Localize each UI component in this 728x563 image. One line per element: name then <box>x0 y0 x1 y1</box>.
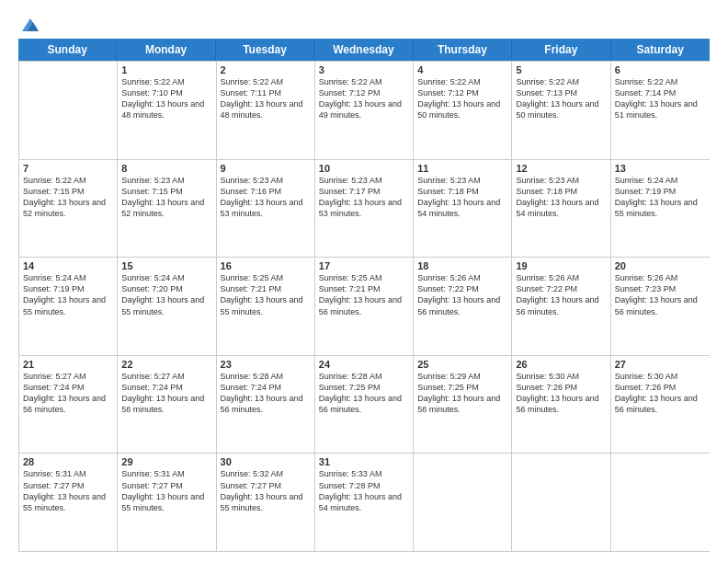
cell-info: Sunrise: 5:25 AM Sunset: 7:21 PM Dayligh… <box>221 272 311 317</box>
cell-day-number: 6 <box>615 64 706 75</box>
cell-info: Sunrise: 5:33 AM Sunset: 7:28 PM Dayligh… <box>319 468 409 513</box>
cell-info: Sunrise: 5:25 AM Sunset: 7:21 PM Dayligh… <box>319 272 409 317</box>
header-day-tuesday: Tuesday <box>216 39 314 61</box>
page: SundayMondayTuesdayWednesdayThursdayFrid… <box>0 0 728 563</box>
cell-info: Sunrise: 5:27 AM Sunset: 7:24 PM Dayligh… <box>121 371 211 416</box>
cell-day-number: 23 <box>221 359 311 370</box>
table-row: 9Sunrise: 5:23 AM Sunset: 7:16 PM Daylig… <box>217 160 315 258</box>
table-row: 19Sunrise: 5:26 AM Sunset: 7:22 PM Dayli… <box>512 258 610 355</box>
table-row: 17Sunrise: 5:25 AM Sunset: 7:21 PM Dayli… <box>315 258 414 355</box>
table-row: 6Sunrise: 5:22 AM Sunset: 7:14 PM Daylig… <box>611 62 710 159</box>
cell-day-number: 13 <box>615 163 706 174</box>
cell-info: Sunrise: 5:23 AM Sunset: 7:18 PM Dayligh… <box>516 175 606 220</box>
cell-info: Sunrise: 5:26 AM Sunset: 7:22 PM Dayligh… <box>516 272 606 317</box>
table-row: 26Sunrise: 5:30 AM Sunset: 7:26 PM Dayli… <box>512 356 610 454</box>
table-row: 10Sunrise: 5:23 AM Sunset: 7:17 PM Dayli… <box>315 160 414 258</box>
cell-info: Sunrise: 5:26 AM Sunset: 7:23 PM Dayligh… <box>615 272 706 317</box>
calendar-week-5: 28Sunrise: 5:31 AM Sunset: 7:27 PM Dayli… <box>19 453 710 551</box>
calendar-week-3: 14Sunrise: 5:24 AM Sunset: 7:19 PM Dayli… <box>19 257 710 355</box>
header-day-wednesday: Wednesday <box>314 39 413 61</box>
table-row: 13Sunrise: 5:24 AM Sunset: 7:19 PM Dayli… <box>611 160 710 258</box>
table-row <box>611 454 710 551</box>
table-row: 21Sunrise: 5:27 AM Sunset: 7:24 PM Dayli… <box>19 356 118 454</box>
table-row: 7Sunrise: 5:22 AM Sunset: 7:15 PM Daylig… <box>19 160 118 258</box>
cell-info: Sunrise: 5:23 AM Sunset: 7:17 PM Dayligh… <box>319 175 409 220</box>
cell-day-number: 8 <box>121 163 211 174</box>
cell-info: Sunrise: 5:30 AM Sunset: 7:26 PM Dayligh… <box>615 371 706 416</box>
header-day-monday: Monday <box>117 39 215 61</box>
cell-day-number: 16 <box>221 260 311 271</box>
cell-day-number: 14 <box>23 260 113 271</box>
calendar: SundayMondayTuesdayWednesdayThursdayFrid… <box>18 39 710 552</box>
cell-info: Sunrise: 5:31 AM Sunset: 7:27 PM Dayligh… <box>23 468 113 513</box>
cell-day-number: 21 <box>23 359 113 370</box>
cell-day-number: 29 <box>121 456 211 467</box>
cell-day-number: 4 <box>417 64 507 75</box>
table-row: 20Sunrise: 5:26 AM Sunset: 7:23 PM Dayli… <box>611 258 710 355</box>
cell-day-number: 3 <box>319 64 409 75</box>
cell-day-number: 17 <box>319 260 409 271</box>
calendar-week-1: 1Sunrise: 5:22 AM Sunset: 7:10 PM Daylig… <box>19 61 710 159</box>
cell-info: Sunrise: 5:22 AM Sunset: 7:12 PM Dayligh… <box>417 76 507 121</box>
cell-day-number: 9 <box>221 163 311 174</box>
cell-info: Sunrise: 5:23 AM Sunset: 7:18 PM Dayligh… <box>417 175 507 220</box>
table-row <box>19 62 118 159</box>
table-row: 1Sunrise: 5:22 AM Sunset: 7:10 PM Daylig… <box>118 62 216 159</box>
cell-info: Sunrise: 5:23 AM Sunset: 7:15 PM Dayligh… <box>121 175 211 220</box>
cell-day-number: 12 <box>516 163 606 174</box>
cell-info: Sunrise: 5:22 AM Sunset: 7:14 PM Dayligh… <box>615 76 706 121</box>
cell-day-number: 5 <box>516 64 606 75</box>
cell-day-number: 27 <box>615 359 706 370</box>
cell-info: Sunrise: 5:30 AM Sunset: 7:26 PM Dayligh… <box>516 371 606 416</box>
cell-info: Sunrise: 5:31 AM Sunset: 7:27 PM Dayligh… <box>121 468 211 513</box>
cell-day-number: 2 <box>221 64 311 75</box>
table-row: 3Sunrise: 5:22 AM Sunset: 7:12 PM Daylig… <box>315 62 414 159</box>
cell-day-number: 20 <box>615 260 706 271</box>
cell-day-number: 1 <box>121 64 211 75</box>
cell-day-number: 30 <box>221 456 311 467</box>
logo <box>18 15 40 31</box>
cell-info: Sunrise: 5:22 AM Sunset: 7:10 PM Dayligh… <box>121 76 211 121</box>
table-row: 5Sunrise: 5:22 AM Sunset: 7:13 PM Daylig… <box>512 62 610 159</box>
cell-info: Sunrise: 5:24 AM Sunset: 7:19 PM Dayligh… <box>615 175 706 220</box>
table-row: 24Sunrise: 5:28 AM Sunset: 7:25 PM Dayli… <box>315 356 414 454</box>
table-row: 22Sunrise: 5:27 AM Sunset: 7:24 PM Dayli… <box>118 356 216 454</box>
cell-info: Sunrise: 5:29 AM Sunset: 7:25 PM Dayligh… <box>417 371 507 416</box>
cell-day-number: 28 <box>23 456 113 467</box>
cell-info: Sunrise: 5:23 AM Sunset: 7:16 PM Dayligh… <box>221 175 311 220</box>
cell-info: Sunrise: 5:24 AM Sunset: 7:20 PM Dayligh… <box>121 272 211 317</box>
table-row: 4Sunrise: 5:22 AM Sunset: 7:12 PM Daylig… <box>414 62 512 159</box>
header <box>18 15 710 31</box>
cell-info: Sunrise: 5:28 AM Sunset: 7:24 PM Dayligh… <box>221 371 311 416</box>
table-row <box>512 454 610 551</box>
table-row: 11Sunrise: 5:23 AM Sunset: 7:18 PM Dayli… <box>414 160 512 258</box>
cell-day-number: 22 <box>121 359 211 370</box>
table-row: 25Sunrise: 5:29 AM Sunset: 7:25 PM Dayli… <box>414 356 512 454</box>
table-row: 23Sunrise: 5:28 AM Sunset: 7:24 PM Dayli… <box>217 356 315 454</box>
cell-day-number: 26 <box>516 359 606 370</box>
cell-day-number: 15 <box>121 260 211 271</box>
cell-info: Sunrise: 5:22 AM Sunset: 7:11 PM Dayligh… <box>221 76 311 121</box>
cell-day-number: 25 <box>417 359 507 370</box>
cell-info: Sunrise: 5:27 AM Sunset: 7:24 PM Dayligh… <box>23 371 113 416</box>
cell-info: Sunrise: 5:26 AM Sunset: 7:22 PM Dayligh… <box>417 272 507 317</box>
table-row: 2Sunrise: 5:22 AM Sunset: 7:11 PM Daylig… <box>217 62 315 159</box>
calendar-week-2: 7Sunrise: 5:22 AM Sunset: 7:15 PM Daylig… <box>19 159 710 258</box>
header-day-friday: Friday <box>512 39 610 61</box>
header-day-saturday: Saturday <box>611 39 710 61</box>
table-row <box>414 454 512 551</box>
table-row: 27Sunrise: 5:30 AM Sunset: 7:26 PM Dayli… <box>611 356 710 454</box>
cell-info: Sunrise: 5:28 AM Sunset: 7:25 PM Dayligh… <box>319 371 409 416</box>
table-row: 12Sunrise: 5:23 AM Sunset: 7:18 PM Dayli… <box>512 160 610 258</box>
cell-day-number: 10 <box>319 163 409 174</box>
cell-info: Sunrise: 5:32 AM Sunset: 7:27 PM Dayligh… <box>221 468 311 513</box>
cell-day-number: 11 <box>417 163 507 174</box>
table-row: 16Sunrise: 5:25 AM Sunset: 7:21 PM Dayli… <box>217 258 315 355</box>
cell-day-number: 18 <box>417 260 507 271</box>
cell-day-number: 19 <box>516 260 606 271</box>
calendar-body: 1Sunrise: 5:22 AM Sunset: 7:10 PM Daylig… <box>18 61 710 552</box>
table-row: 30Sunrise: 5:32 AM Sunset: 7:27 PM Dayli… <box>217 454 315 551</box>
header-day-thursday: Thursday <box>414 39 512 61</box>
header-day-sunday: Sunday <box>18 39 117 61</box>
table-row: 15Sunrise: 5:24 AM Sunset: 7:20 PM Dayli… <box>118 258 216 355</box>
